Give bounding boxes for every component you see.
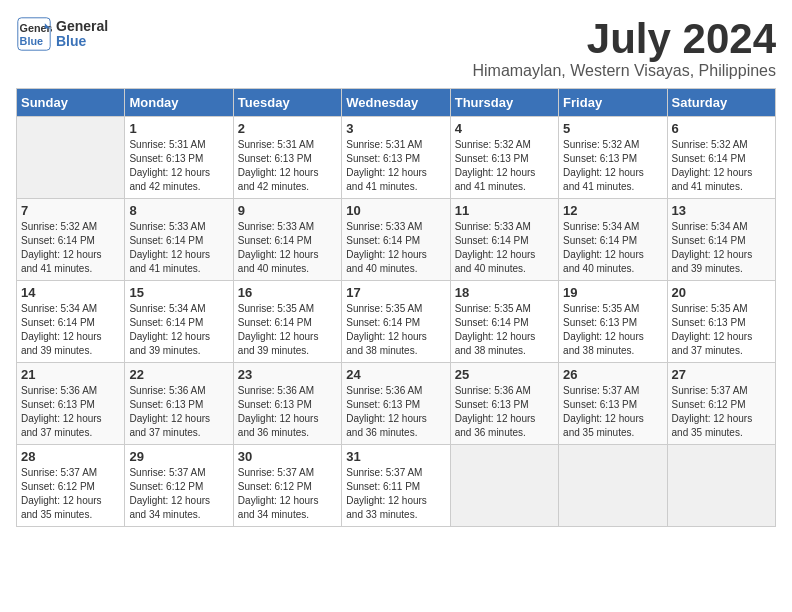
header-friday: Friday [559,89,667,117]
day-info: Sunrise: 5:36 AMSunset: 6:13 PMDaylight:… [21,384,120,440]
calendar-cell: 14Sunrise: 5:34 AMSunset: 6:14 PMDayligh… [17,281,125,363]
day-info: Sunrise: 5:34 AMSunset: 6:14 PMDaylight:… [672,220,771,276]
calendar-table: SundayMondayTuesdayWednesdayThursdayFrid… [16,88,776,527]
calendar-cell [667,445,775,527]
day-info: Sunrise: 5:36 AMSunset: 6:13 PMDaylight:… [346,384,445,440]
calendar-cell: 9Sunrise: 5:33 AMSunset: 6:14 PMDaylight… [233,199,341,281]
logo-icon: General Blue [16,16,52,52]
day-number: 22 [129,367,228,382]
calendar-cell: 12Sunrise: 5:34 AMSunset: 6:14 PMDayligh… [559,199,667,281]
day-number: 23 [238,367,337,382]
logo-line2: Blue [56,34,108,49]
calendar-title: July 2024 [472,16,776,62]
day-number: 14 [21,285,120,300]
calendar-cell: 26Sunrise: 5:37 AMSunset: 6:13 PMDayligh… [559,363,667,445]
day-number: 8 [129,203,228,218]
calendar-cell: 15Sunrise: 5:34 AMSunset: 6:14 PMDayligh… [125,281,233,363]
calendar-cell: 23Sunrise: 5:36 AMSunset: 6:13 PMDayligh… [233,363,341,445]
day-number: 29 [129,449,228,464]
day-number: 5 [563,121,662,136]
calendar-cell: 13Sunrise: 5:34 AMSunset: 6:14 PMDayligh… [667,199,775,281]
day-info: Sunrise: 5:36 AMSunset: 6:13 PMDaylight:… [455,384,554,440]
day-number: 26 [563,367,662,382]
day-number: 25 [455,367,554,382]
calendar-cell: 1Sunrise: 5:31 AMSunset: 6:13 PMDaylight… [125,117,233,199]
header-tuesday: Tuesday [233,89,341,117]
calendar-subtitle: Himamaylan, Western Visayas, Philippines [472,62,776,80]
day-number: 19 [563,285,662,300]
day-number: 9 [238,203,337,218]
calendar-cell: 25Sunrise: 5:36 AMSunset: 6:13 PMDayligh… [450,363,558,445]
calendar-cell: 6Sunrise: 5:32 AMSunset: 6:14 PMDaylight… [667,117,775,199]
calendar-cell: 16Sunrise: 5:35 AMSunset: 6:14 PMDayligh… [233,281,341,363]
day-number: 20 [672,285,771,300]
day-number: 15 [129,285,228,300]
calendar-cell: 17Sunrise: 5:35 AMSunset: 6:14 PMDayligh… [342,281,450,363]
calendar-cell: 29Sunrise: 5:37 AMSunset: 6:12 PMDayligh… [125,445,233,527]
calendar-cell: 10Sunrise: 5:33 AMSunset: 6:14 PMDayligh… [342,199,450,281]
day-number: 27 [672,367,771,382]
title-area: July 2024 Himamaylan, Western Visayas, P… [472,16,776,80]
day-info: Sunrise: 5:35 AMSunset: 6:14 PMDaylight:… [455,302,554,358]
header-sunday: Sunday [17,89,125,117]
day-info: Sunrise: 5:35 AMSunset: 6:14 PMDaylight:… [238,302,337,358]
calendar-cell: 28Sunrise: 5:37 AMSunset: 6:12 PMDayligh… [17,445,125,527]
page-header: General Blue General Blue July 2024 Hima… [16,16,776,80]
calendar-cell [450,445,558,527]
day-number: 6 [672,121,771,136]
day-info: Sunrise: 5:35 AMSunset: 6:14 PMDaylight:… [346,302,445,358]
day-info: Sunrise: 5:32 AMSunset: 6:13 PMDaylight:… [563,138,662,194]
day-number: 7 [21,203,120,218]
day-info: Sunrise: 5:34 AMSunset: 6:14 PMDaylight:… [21,302,120,358]
week-row-2: 7Sunrise: 5:32 AMSunset: 6:14 PMDaylight… [17,199,776,281]
day-number: 1 [129,121,228,136]
calendar-cell: 7Sunrise: 5:32 AMSunset: 6:14 PMDaylight… [17,199,125,281]
calendar-cell: 31Sunrise: 5:37 AMSunset: 6:11 PMDayligh… [342,445,450,527]
day-info: Sunrise: 5:33 AMSunset: 6:14 PMDaylight:… [129,220,228,276]
day-number: 13 [672,203,771,218]
day-number: 2 [238,121,337,136]
week-row-1: 1Sunrise: 5:31 AMSunset: 6:13 PMDaylight… [17,117,776,199]
header-monday: Monday [125,89,233,117]
calendar-cell: 11Sunrise: 5:33 AMSunset: 6:14 PMDayligh… [450,199,558,281]
day-info: Sunrise: 5:37 AMSunset: 6:12 PMDaylight:… [21,466,120,522]
day-info: Sunrise: 5:37 AMSunset: 6:12 PMDaylight:… [672,384,771,440]
calendar-cell: 21Sunrise: 5:36 AMSunset: 6:13 PMDayligh… [17,363,125,445]
day-info: Sunrise: 5:35 AMSunset: 6:13 PMDaylight:… [563,302,662,358]
day-info: Sunrise: 5:34 AMSunset: 6:14 PMDaylight:… [563,220,662,276]
calendar-cell: 4Sunrise: 5:32 AMSunset: 6:13 PMDaylight… [450,117,558,199]
day-info: Sunrise: 5:32 AMSunset: 6:14 PMDaylight:… [672,138,771,194]
day-info: Sunrise: 5:37 AMSunset: 6:13 PMDaylight:… [563,384,662,440]
calendar-cell: 20Sunrise: 5:35 AMSunset: 6:13 PMDayligh… [667,281,775,363]
calendar-cell: 18Sunrise: 5:35 AMSunset: 6:14 PMDayligh… [450,281,558,363]
day-number: 21 [21,367,120,382]
day-number: 17 [346,285,445,300]
day-info: Sunrise: 5:32 AMSunset: 6:14 PMDaylight:… [21,220,120,276]
day-info: Sunrise: 5:36 AMSunset: 6:13 PMDaylight:… [238,384,337,440]
day-info: Sunrise: 5:33 AMSunset: 6:14 PMDaylight:… [238,220,337,276]
day-number: 3 [346,121,445,136]
svg-text:Blue: Blue [20,35,43,47]
week-row-4: 21Sunrise: 5:36 AMSunset: 6:13 PMDayligh… [17,363,776,445]
week-row-5: 28Sunrise: 5:37 AMSunset: 6:12 PMDayligh… [17,445,776,527]
calendar-header: SundayMondayTuesdayWednesdayThursdayFrid… [17,89,776,117]
day-number: 16 [238,285,337,300]
calendar-cell: 2Sunrise: 5:31 AMSunset: 6:13 PMDaylight… [233,117,341,199]
day-info: Sunrise: 5:37 AMSunset: 6:11 PMDaylight:… [346,466,445,522]
header-saturday: Saturday [667,89,775,117]
day-number: 24 [346,367,445,382]
day-info: Sunrise: 5:34 AMSunset: 6:14 PMDaylight:… [129,302,228,358]
day-info: Sunrise: 5:35 AMSunset: 6:13 PMDaylight:… [672,302,771,358]
day-number: 30 [238,449,337,464]
day-info: Sunrise: 5:33 AMSunset: 6:14 PMDaylight:… [346,220,445,276]
day-info: Sunrise: 5:36 AMSunset: 6:13 PMDaylight:… [129,384,228,440]
calendar-cell: 8Sunrise: 5:33 AMSunset: 6:14 PMDaylight… [125,199,233,281]
day-number: 28 [21,449,120,464]
day-info: Sunrise: 5:31 AMSunset: 6:13 PMDaylight:… [129,138,228,194]
calendar-cell: 24Sunrise: 5:36 AMSunset: 6:13 PMDayligh… [342,363,450,445]
calendar-cell: 3Sunrise: 5:31 AMSunset: 6:13 PMDaylight… [342,117,450,199]
calendar-cell [17,117,125,199]
day-number: 11 [455,203,554,218]
day-info: Sunrise: 5:33 AMSunset: 6:14 PMDaylight:… [455,220,554,276]
calendar-cell: 5Sunrise: 5:32 AMSunset: 6:13 PMDaylight… [559,117,667,199]
